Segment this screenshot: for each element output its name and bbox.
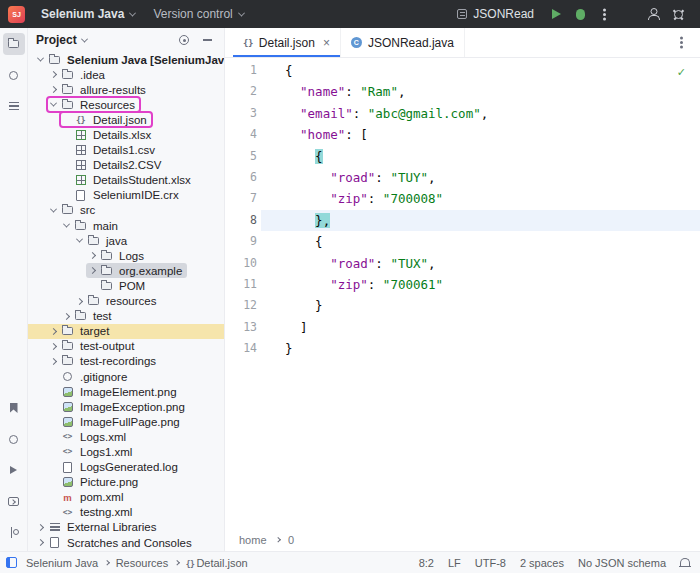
tree-item-idea[interactable]: .idea [28,67,224,82]
tree-item-test-output[interactable]: test-output [28,339,224,354]
line-number[interactable]: 2 [225,81,261,102]
tree-item-test[interactable]: test [28,309,224,324]
line-number[interactable]: 13 [225,317,261,338]
code-line-13[interactable]: 13 ] [225,317,700,338]
tree-item-details-xlsx[interactable]: Details.xlsx [28,127,224,142]
tree-item-logs1-xml[interactable]: <>Logs1.xml [28,444,224,459]
tree-item-pom-xml[interactable]: mpom.xml [28,490,224,505]
chevron-right-icon[interactable] [37,539,44,546]
code-line-12[interactable]: 12 } [225,295,700,316]
tree-item-test-recordings[interactable]: test-recordings [28,354,224,369]
run-button[interactable] [544,3,568,25]
close-tab-icon[interactable]: × [323,37,330,49]
tree-item-detailsstudent-xlsx[interactable]: DetailsStudent.xlsx [28,173,224,188]
line-number[interactable]: 6 [225,167,261,188]
tool-window-switcher-icon[interactable] [6,557,17,568]
line-number[interactable]: 9 [225,231,261,252]
more-actions-button[interactable] [592,3,616,25]
indentation[interactable]: 2 spaces [520,557,564,569]
tree-item-java[interactable]: java [28,233,224,248]
chevron-right-icon[interactable] [63,313,70,320]
user-search-button[interactable] [642,3,666,25]
settings-button[interactable] [666,3,690,25]
line-number[interactable]: 7 [225,188,261,209]
chevron-down-icon[interactable] [50,100,57,107]
tree-item-allure-results[interactable]: allure-results [28,82,224,97]
line-number[interactable]: 4 [225,124,261,145]
tree-item-detail-json[interactable]: {}Detail.json [28,112,224,127]
tab-jsonread-java[interactable]: CJSONRead.java [341,28,465,57]
chevron-down-icon[interactable] [76,236,83,243]
commit-tool-button[interactable] [3,64,25,86]
debug-tool-button[interactable] [3,428,25,450]
line-number[interactable]: 3 [225,103,261,124]
inspections-ok-icon[interactable]: ✓ [677,62,686,83]
code-line-7[interactable]: 7 "zip": "700008" [225,188,700,209]
tree-item-pom[interactable]: POM [28,278,224,293]
tree-item-selenium-java-seleniumjava[interactable]: Selenium Java [SeleniumJava]~/IdeaProj..… [28,52,224,67]
run-tool-button[interactable] [3,459,25,481]
locate-file-button[interactable] [175,31,193,49]
status-path-resources[interactable]: Resources [116,557,169,569]
project-panel-title[interactable]: Project [36,33,77,47]
tree-item-main[interactable]: main [28,218,224,233]
code-line-5[interactable]: 5 { [225,146,700,167]
tree-item-scratches-and-consoles[interactable]: Scratches and Consoles [28,535,224,550]
tree-item-resources[interactable]: Resources [28,97,224,112]
chevron-right-icon[interactable] [89,252,96,259]
notifications-bell-icon[interactable] [680,558,690,567]
caret-position[interactable]: 8:2 [419,557,434,569]
tree-item-seleniumide-crx[interactable]: SeleniumIDE.crx [28,188,224,203]
tree-item-src[interactable]: src [28,203,224,218]
file-encoding[interactable]: UTF-8 [475,557,506,569]
code-line-1[interactable]: 1{ [225,60,700,81]
line-number[interactable]: 1 [225,60,261,81]
hide-panel-button[interactable] [198,31,216,49]
tree-item-org-example[interactable]: org.example [28,263,224,278]
tree-item-details2-csv[interactable]: Details2.CSV [28,158,224,173]
tab-options-button[interactable] [672,34,690,52]
chevron-right-icon[interactable] [89,267,96,274]
breadcrumb-item-0[interactable]: 0 [286,533,296,547]
chevron-down-icon[interactable] [63,221,70,228]
code-line-9[interactable]: 9 { [225,231,700,252]
code-line-2[interactable]: 2 "name": "Ram", [225,81,700,102]
tree-item-logsgenerated-log[interactable]: LogsGenerated.log [28,460,224,475]
chevron-right-icon[interactable] [76,298,83,305]
tree-item-picture-png[interactable]: Picture.png [28,475,224,490]
line-number[interactable]: 11 [225,274,261,295]
project-tool-button[interactable] [3,33,25,55]
chevron-right-icon[interactable] [50,328,57,335]
tree-item-resources[interactable]: resources [28,294,224,309]
tree-item-testng-xml[interactable]: <>testng.xml [28,505,224,520]
chevron-down-icon[interactable] [50,206,57,213]
tree-item-imageexception-png[interactable]: ImageException.png [28,399,224,414]
bookmarks-tool-button[interactable] [3,397,25,419]
code-line-11[interactable]: 11 "zip": "700061" [225,274,700,295]
code-line-14[interactable]: 14} [225,338,700,359]
vcs-tool-button[interactable] [3,521,25,543]
tree-item-imagefullpage-png[interactable]: ImageFullPage.png [28,414,224,429]
chevron-right-icon[interactable] [50,358,57,365]
chevron-right-icon[interactable] [50,71,57,78]
line-separator[interactable]: LF [448,557,461,569]
tree-item-imageelement-png[interactable]: ImageElement.png [28,384,224,399]
code-line-4[interactable]: 4 "home": [ [225,124,700,145]
debug-button[interactable] [568,3,592,25]
vcs-menu-button[interactable]: Version control [145,4,251,24]
chevron-right-icon[interactable] [50,343,57,350]
line-number[interactable]: 12 [225,295,261,316]
json-schema[interactable]: No JSON schema [578,557,666,569]
line-number[interactable]: 14 [225,338,261,359]
line-number[interactable]: 8 [225,210,261,231]
project-menu-button[interactable]: Selenium Java [33,4,143,24]
chevron-right-icon[interactable] [37,524,44,531]
status-path-selenium-java[interactable]: Selenium Java [26,557,98,569]
line-number[interactable]: 5 [225,146,261,167]
terminal-tool-button[interactable] [3,490,25,512]
code-line-3[interactable]: 3 "email": "abc@gmail.com", [225,103,700,124]
tab-detail-json[interactable]: {}Detail.json× [233,28,341,57]
tree-item-logs[interactable]: Logs [28,248,224,263]
code-line-10[interactable]: 10 "road": "TUX", [225,253,700,274]
chevron-down-icon[interactable] [37,55,44,62]
